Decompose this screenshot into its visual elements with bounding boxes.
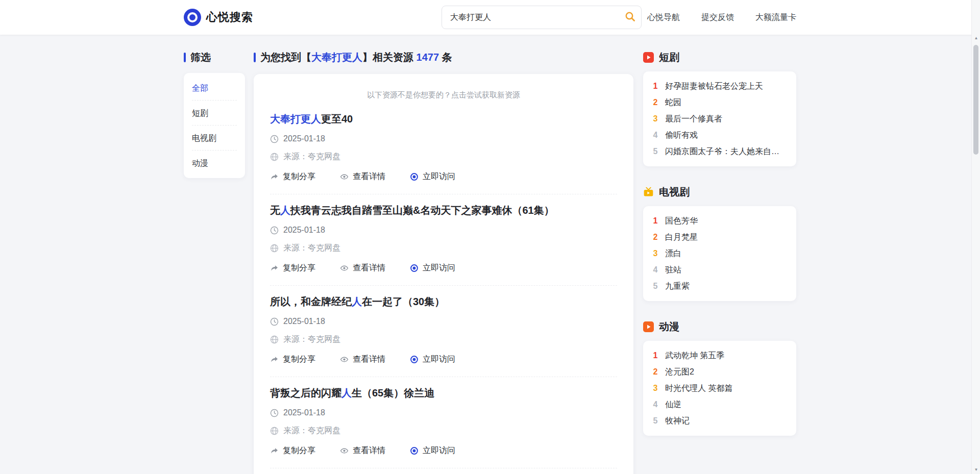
result-date: 2025-01-18 — [270, 134, 617, 143]
rank-item[interactable]: 2白月梵星 — [652, 229, 787, 245]
rank-title: 白月梵星 — [665, 232, 698, 243]
search-icon — [624, 11, 636, 24]
rank-item[interactable]: 2蛇园 — [652, 94, 787, 111]
panel-title: 电视剧 — [659, 185, 690, 199]
visit-now-button[interactable]: 立即访问 — [410, 171, 455, 182]
rank-item[interactable]: 3最后一个修真者 — [652, 111, 787, 127]
rank-number: 2 — [652, 233, 658, 242]
nav-link-navigation[interactable]: 心悦导航 — [647, 12, 680, 23]
copy-share-button[interactable]: 复制分享 — [270, 354, 315, 365]
panel-anime: 动漫 1武动乾坤 第五季2沧元图23时光代理人 英都篇4仙逆5牧神记 — [643, 320, 796, 436]
copy-share-button[interactable]: 复制分享 — [270, 263, 315, 273]
ranking-column: 短剧 1好孕甜妻被钻石老公宠上天2蛇园3最后一个修真者4偷听有戏5闪婚京圈太子爷… — [643, 51, 796, 455]
result-actions: 复制分享查看详情立即访问 — [270, 171, 617, 182]
search-button[interactable] — [620, 8, 640, 27]
scrollbar-thumb[interactable] — [973, 45, 978, 155]
rank-item[interactable]: 4仙逆 — [652, 396, 787, 413]
rank-number: 4 — [652, 400, 658, 409]
rank-item[interactable]: 1好孕甜妻被钻石老公宠上天 — [652, 78, 787, 94]
logo-text: 心悦搜索 — [206, 10, 253, 25]
accent-bar — [254, 53, 256, 62]
rank-number: 4 — [652, 131, 658, 140]
results-heading: 为您找到【大奉打更人】相关资源 1477 条 — [254, 51, 633, 63]
rank-item[interactable]: 1国色芳华 — [652, 213, 787, 229]
result-source: 来源：夸克网盘 — [270, 334, 617, 345]
search-keyword: 大奉打更人 — [311, 52, 362, 63]
visit-now-button[interactable]: 立即访问 — [410, 354, 455, 365]
rank-item[interactable]: 3漂白 — [652, 245, 787, 262]
view-detail-button[interactable]: 查看详情 — [340, 263, 385, 273]
play-orange-icon — [643, 321, 654, 332]
search-input[interactable] — [442, 6, 642, 29]
share-icon — [270, 446, 279, 455]
nav-link-feedback[interactable]: 提交反馈 — [701, 12, 734, 23]
refresh-notice[interactable]: 以下资源不是你想要的？点击尝试获取新资源 — [270, 90, 617, 100]
filter-item-all[interactable]: 全部 — [192, 76, 237, 101]
filter-item-anime[interactable]: 动漫 — [192, 151, 237, 176]
results-list: 大奉打更人更至402025-01-18来源：夸克网盘复制分享查看详情立即访问无人… — [270, 103, 617, 474]
target-icon — [410, 446, 419, 455]
result-item: 家族将亡，植物人的我苏醒了（33集）2025-01-18来源：夸克网盘复制分享查… — [270, 468, 617, 474]
rank-item[interactable]: 5牧神记 — [652, 413, 787, 429]
rank-number: 3 — [652, 114, 658, 123]
copy-share-button[interactable]: 复制分享 — [270, 445, 315, 456]
rank-item[interactable]: 4驻站 — [652, 262, 787, 278]
eye-icon — [340, 355, 349, 364]
result-count: 1477 — [416, 52, 439, 63]
visit-now-button[interactable]: 立即访问 — [410, 445, 455, 456]
rank-list: 1武动乾坤 第五季2沧元图23时光代理人 英都篇4仙逆5牧神记 — [643, 341, 796, 436]
result-item: 背叛之后的闪耀人生（65集）徐兰迪2025-01-18来源：夸克网盘复制分享查看… — [270, 377, 617, 468]
scroll-up-button[interactable]: ▲ — [972, 34, 980, 42]
share-icon — [270, 172, 279, 181]
result-actions: 复制分享查看详情立即访问 — [270, 445, 617, 456]
scroll-down-button[interactable]: ▼ — [972, 465, 980, 474]
rank-item[interactable]: 2沧元图2 — [652, 364, 787, 380]
filter-card: 全部 短剧 电视剧 动漫 — [184, 73, 245, 178]
logo[interactable]: 心悦搜索 — [184, 9, 253, 26]
rank-list: 1国色芳华2白月梵星3漂白4驻站5九重紫 — [643, 206, 796, 301]
share-icon — [270, 355, 279, 364]
visit-now-button[interactable]: 立即访问 — [410, 263, 455, 273]
eye-icon — [340, 172, 349, 181]
rank-title: 仙逆 — [665, 400, 681, 410]
rank-item[interactable]: 5九重紫 — [652, 278, 787, 294]
search-bar — [442, 6, 642, 29]
rank-number: 2 — [652, 367, 658, 377]
filter-item-tvseries[interactable]: 电视剧 — [192, 126, 237, 151]
rank-item[interactable]: 1武动乾坤 第五季 — [652, 347, 787, 364]
rank-item[interactable]: 3时光代理人 英都篇 — [652, 380, 787, 396]
result-title[interactable]: 无人扶我青云志我自踏雪至山巅&名动天下之家事难休（61集） — [270, 204, 617, 217]
rank-item[interactable]: 5闪婚京圈太子爷：夫人她来自农村 — [652, 143, 787, 160]
rank-title: 国色芳华 — [665, 216, 698, 227]
rank-number: 5 — [652, 282, 658, 291]
logo-icon — [184, 9, 201, 26]
rank-number: 1 — [652, 351, 658, 360]
scrollbar[interactable]: ▲ ▼ — [971, 0, 980, 474]
view-detail-button[interactable]: 查看详情 — [340, 354, 385, 365]
result-title[interactable]: 背叛之后的闪耀人生（65集）徐兰迪 — [270, 386, 617, 400]
globe-icon — [270, 244, 279, 253]
nav-link-data-card[interactable]: 大额流量卡 — [755, 12, 796, 23]
eye-icon — [340, 264, 349, 272]
play-red-icon — [643, 52, 654, 63]
view-detail-button[interactable]: 查看详情 — [340, 445, 385, 456]
rank-number: 5 — [652, 147, 658, 156]
rank-item[interactable]: 4偷听有戏 — [652, 127, 787, 143]
panel-heading: 电视剧 — [643, 186, 796, 198]
rank-title: 九重紫 — [665, 281, 690, 292]
page-content: 筛选 全部 短剧 电视剧 动漫 为您找到【大奉打更人】相关资源 1477 条 以… — [184, 51, 796, 474]
copy-share-button[interactable]: 复制分享 — [270, 171, 315, 182]
result-item: 无人扶我青云志我自踏雪至山巅&名动天下之家事难休（61集）2025-01-18来… — [270, 194, 617, 286]
clock-icon — [270, 317, 279, 326]
target-icon — [410, 264, 419, 272]
panel-shortdrama: 短剧 1好孕甜妻被钻石老公宠上天2蛇园3最后一个修真者4偷听有戏5闪婚京圈太子爷… — [643, 51, 796, 166]
result-title[interactable]: 大奉打更人更至40 — [270, 112, 617, 126]
view-detail-button[interactable]: 查看详情 — [340, 171, 385, 182]
filter-item-shortdrama[interactable]: 短剧 — [192, 101, 237, 126]
result-item: 大奉打更人更至402025-01-18来源：夸克网盘复制分享查看详情立即访问 — [270, 103, 617, 194]
panel-heading: 短剧 — [643, 51, 796, 63]
rank-number: 5 — [652, 416, 658, 426]
filter-column: 筛选 全部 短剧 电视剧 动漫 — [184, 51, 245, 178]
rank-list: 1好孕甜妻被钻石老公宠上天2蛇园3最后一个修真者4偷听有戏5闪婚京圈太子爷：夫人… — [643, 71, 796, 166]
result-title[interactable]: 所以，和金牌经纪人在一起了（30集） — [270, 295, 617, 309]
